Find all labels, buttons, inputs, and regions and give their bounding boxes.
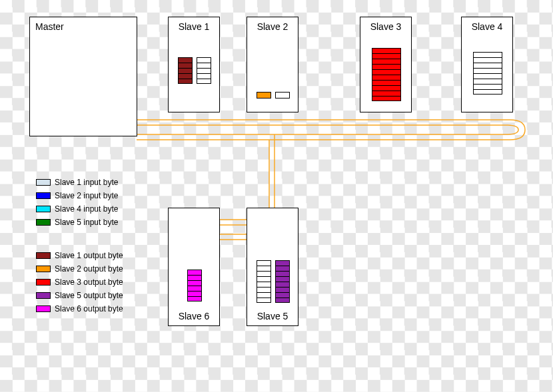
byte-cell: [372, 48, 401, 53]
byte-cell: [372, 69, 401, 75]
slave-4-input-bytes: [473, 52, 502, 95]
slave-2-output-byte: [257, 92, 271, 98]
legend-swatch: [36, 266, 51, 272]
byte-cell: [275, 297, 290, 303]
legend-row: Slave 3 output byte: [36, 277, 123, 288]
byte-cell: [178, 68, 193, 73]
byte-cell: [372, 80, 401, 85]
byte-cell: [187, 296, 202, 301]
slave-4-box: Slave 4: [461, 17, 513, 112]
legend-row: Slave 5 input byte: [36, 217, 118, 228]
legend-label: Slave 2 input byte: [55, 191, 118, 200]
legend-label: Slave 6 output byte: [55, 304, 123, 313]
byte-cell: [275, 292, 290, 297]
legend-output-group: Slave 1 output byteSlave 2 output byteSl…: [36, 250, 123, 317]
byte-cell: [372, 53, 401, 59]
slave-2-box: Slave 2: [247, 17, 298, 112]
byte-cell: [257, 271, 271, 276]
byte-cell: [178, 79, 193, 84]
byte-cell: [275, 276, 290, 282]
legend-swatch: [36, 219, 51, 226]
legend-swatch: [36, 206, 51, 212]
legend-row: Slave 4 input byte: [36, 204, 118, 214]
byte-cell: [178, 63, 193, 68]
slave-2-input-byte: [275, 92, 290, 98]
legend-label: Slave 2 output byte: [55, 264, 123, 274]
slave-3-output-bytes: [372, 48, 401, 101]
byte-cell: [473, 84, 502, 89]
byte-cell: [372, 75, 401, 80]
slave-5-title: Slave 5: [257, 311, 288, 321]
legend-row: Slave 1 input byte: [36, 177, 118, 188]
legend-swatch: [36, 179, 51, 186]
byte-cell: [197, 68, 211, 73]
byte-cell: [197, 63, 211, 68]
byte-cell: [473, 63, 502, 68]
slave-5-output-bytes: [275, 260, 290, 303]
byte-cell: [187, 270, 202, 275]
slave-1-input-bytes: [197, 57, 211, 84]
byte-cell: [178, 73, 193, 79]
legend-label: Slave 1 input byte: [55, 178, 118, 187]
byte-cell: [178, 57, 193, 63]
slave-1-title: Slave 1: [179, 21, 210, 32]
byte-cell: [372, 85, 401, 91]
slave-5-input-bytes: [257, 260, 271, 303]
slave-3-title: Slave 3: [370, 21, 402, 32]
slave-6-box: Slave 6: [168, 208, 220, 326]
bus-diagram: Master Slave 1 Slave 2 Slave 3 Slave 4 S…: [0, 0, 553, 392]
legend-row: Slave 5 output byte: [36, 290, 123, 301]
slave-1-output-bytes: [178, 57, 193, 84]
byte-cell: [473, 68, 502, 73]
byte-cell: [275, 287, 290, 292]
legend-label: Slave 1 output byte: [55, 251, 123, 260]
byte-cell: [257, 282, 271, 287]
byte-cell: [372, 91, 401, 96]
byte-cell: [197, 79, 211, 84]
byte-cell: [275, 266, 290, 271]
byte-cell: [275, 271, 290, 276]
legend-input-group: Slave 1 input byteSlave 2 input byteSlav…: [36, 177, 118, 230]
slave-1-box: Slave 1: [168, 17, 220, 112]
slave-6-title: Slave 6: [179, 311, 210, 321]
byte-cell: [257, 260, 271, 266]
byte-cell: [257, 287, 271, 292]
byte-cell: [372, 96, 401, 101]
legend-swatch: [36, 192, 51, 199]
legend-swatch: [36, 279, 51, 286]
byte-cell: [372, 64, 401, 69]
legend-swatch: [36, 305, 51, 312]
slave-2-title: Slave 2: [257, 21, 288, 32]
master-title: Master: [35, 21, 64, 32]
byte-cell: [275, 282, 290, 287]
byte-cell: [473, 73, 502, 79]
byte-cell: [257, 292, 271, 297]
byte-cell: [257, 276, 271, 282]
byte-cell: [197, 57, 211, 63]
byte-cell: [473, 57, 502, 63]
legend-row: Slave 6 output byte: [36, 303, 123, 314]
legend-row: Slave 2 input byte: [36, 190, 118, 201]
byte-cell: [187, 286, 202, 291]
slave-6-output-bytes: [187, 270, 202, 301]
slave-3-box: Slave 3: [360, 17, 412, 112]
byte-cell: [275, 260, 290, 266]
byte-cell: [187, 275, 202, 280]
byte-cell: [473, 79, 502, 84]
byte-cell: [257, 297, 271, 303]
slave-4-title: Slave 4: [472, 21, 503, 32]
byte-cell: [473, 89, 502, 95]
legend-row: Slave 1 output byte: [36, 250, 123, 261]
legend-label: Slave 3 output byte: [55, 278, 123, 287]
legend-label: Slave 5 input byte: [55, 218, 118, 227]
byte-cell: [473, 52, 502, 57]
byte-cell: [197, 73, 211, 79]
byte-cell: [372, 59, 401, 64]
byte-cell: [187, 280, 202, 286]
legend-label: Slave 5 output byte: [55, 291, 123, 300]
slave-5-box: Slave 5: [247, 208, 298, 326]
byte-cell: [187, 291, 202, 296]
master-box: Master: [29, 17, 137, 136]
legend-swatch: [36, 252, 51, 259]
legend-swatch: [36, 292, 51, 299]
